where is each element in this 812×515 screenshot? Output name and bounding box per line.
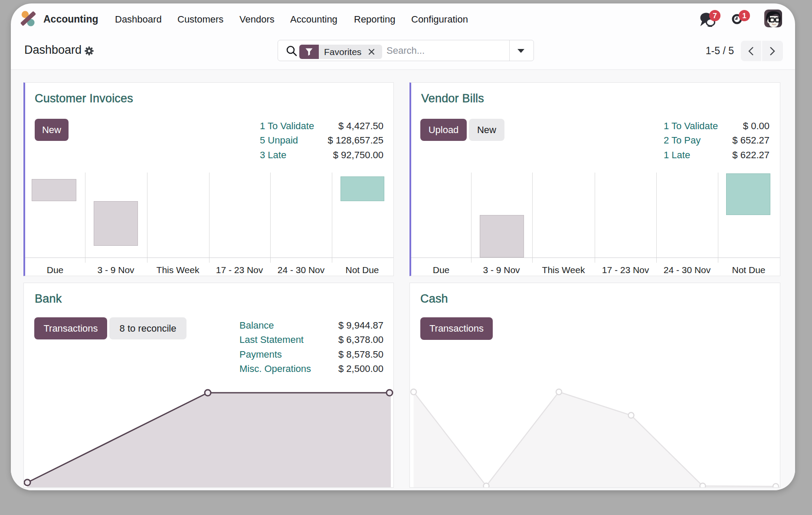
- svg-text:1: 1: [742, 12, 746, 20]
